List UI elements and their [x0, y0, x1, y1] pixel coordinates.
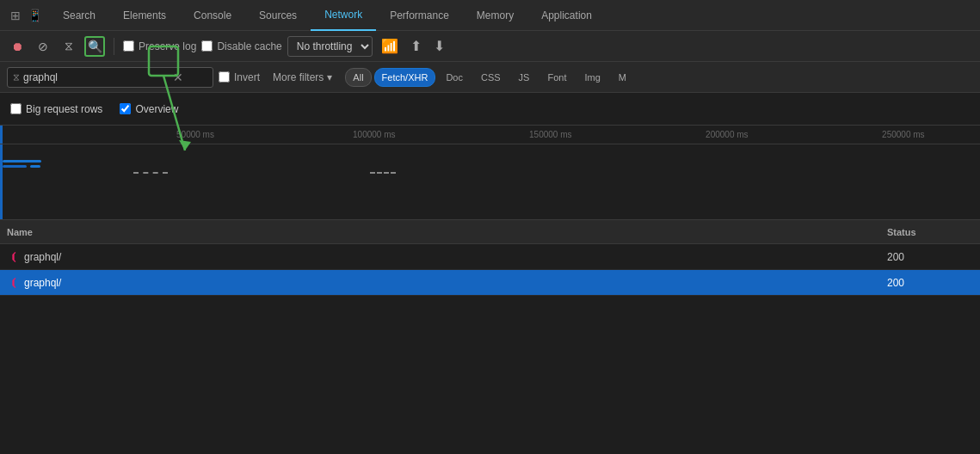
filter-button[interactable]: ⧖ [59, 36, 79, 57]
type-btn-css[interactable]: CSS [473, 68, 508, 87]
devtools-mobile-icon[interactable]: 📱 [28, 9, 42, 22]
timeline-dashed-2 [370, 172, 396, 174]
table-row-selected[interactable]: ⦗ graphql/ 200 [0, 270, 980, 296]
type-filters: All Fetch/XHR Doc CSS JS Font Img M [345, 68, 634, 87]
invert-input[interactable] [219, 71, 230, 83]
clear-button[interactable]: ⊘ [33, 36, 53, 57]
preserve-log-checkbox[interactable]: Preserve log [123, 40, 196, 52]
tick-5: 250000 ms [882, 130, 924, 139]
toolbar-divider-1 [114, 38, 114, 55]
throttle-select[interactable]: No throttling [287, 36, 373, 57]
timeline-bar-1 [3, 160, 41, 163]
tab-search[interactable]: Search [49, 0, 109, 31]
row1-name: graphql/ [24, 251, 61, 263]
tab-application[interactable]: Application [527, 0, 606, 31]
big-rows-label: Big request rows [26, 103, 102, 115]
filter-clear-button[interactable]: ✕ [173, 71, 183, 84]
type-btn-xhr[interactable]: Fetch/XHR [374, 68, 436, 87]
tab-network[interactable]: Network [311, 0, 376, 31]
network-toolbar: ⏺ ⊘ ⧖ 🔍 Preserve log Disable cache No th… [0, 31, 980, 62]
stop-recording-button[interactable]: ⏺ [7, 36, 28, 57]
import-icon[interactable]: ⬆ [407, 38, 425, 54]
preserve-log-label: Preserve log [139, 40, 196, 52]
tab-console[interactable]: Console [180, 0, 245, 31]
type-btn-js[interactable]: JS [511, 68, 538, 87]
type-btn-m[interactable]: M [611, 68, 634, 87]
invert-checkbox[interactable]: Invert [219, 71, 260, 83]
overview-input[interactable] [120, 103, 131, 114]
options-row: Big request rows Overview [0, 93, 980, 126]
tick-1: 50000 ms [176, 130, 214, 139]
tab-memory[interactable]: Memory [463, 0, 527, 31]
devtools-grid-icon[interactable]: ⊞ [10, 9, 21, 22]
search-button[interactable]: 🔍 [84, 36, 105, 57]
tick-2: 100000 ms [353, 130, 395, 139]
big-rows-checkbox[interactable]: Big request rows [10, 103, 102, 115]
wifi-icon[interactable]: 📶 [378, 38, 402, 54]
type-btn-font[interactable]: Font [539, 68, 574, 87]
col-header-status[interactable]: Status [887, 227, 973, 237]
row2-name: graphql/ [24, 277, 61, 289]
graphql-icon-1: ⦗ [7, 251, 19, 263]
table-header: Name Status [0, 220, 980, 244]
cell-status-1: 200 [887, 251, 973, 263]
timeline-bar-3 [30, 165, 40, 168]
cell-status-2: 200 [887, 277, 973, 289]
tab-bar: ⊞ 📱 Search Elements Console Sources Netw… [0, 0, 980, 31]
tab-elements[interactable]: Elements [109, 0, 180, 31]
timeline-graph [0, 144, 980, 220]
more-filters-button[interactable]: More filters ▾ [265, 67, 340, 88]
col-header-name[interactable]: Name [7, 227, 887, 237]
tab-sources[interactable]: Sources [245, 0, 311, 31]
more-filters-label: More filters [273, 71, 324, 83]
disable-cache-checkbox[interactable]: Disable cache [201, 40, 281, 52]
preserve-log-input[interactable] [123, 40, 134, 52]
more-filters-chevron: ▾ [327, 71, 332, 83]
filter-input-wrap: ⧖ ✕ [7, 67, 213, 88]
filter-input[interactable] [23, 71, 169, 83]
disable-cache-input[interactable] [201, 40, 213, 52]
cell-name-2: ⦗ graphql/ [7, 277, 887, 289]
overview-label: Overview [135, 103, 178, 115]
invert-label: Invert [234, 71, 260, 83]
graphql-icon-2: ⦗ [7, 277, 19, 289]
timeline-area: 50000 ms 100000 ms 150000 ms 200000 ms 2… [0, 126, 980, 220]
filter-row: ⧖ ✕ Invert More filters ▾ All Fetch/XHR … [0, 62, 980, 93]
table-row[interactable]: ⦗ graphql/ 200 [0, 244, 980, 270]
big-rows-input[interactable] [10, 103, 22, 114]
tick-3: 150000 ms [529, 130, 571, 139]
type-btn-doc[interactable]: Doc [438, 68, 471, 87]
timeline-dashed-1 [133, 172, 168, 174]
timeline-ruler: 50000 ms 100000 ms 150000 ms 200000 ms 2… [0, 126, 980, 144]
filter-icon: ⧖ [13, 71, 20, 83]
devtools-icons: ⊞ 📱 [3, 9, 49, 22]
type-btn-img[interactable]: Img [576, 68, 607, 87]
cell-name-1: ⦗ graphql/ [7, 251, 887, 263]
timeline-bar-2 [3, 165, 27, 168]
type-btn-all[interactable]: All [345, 68, 371, 87]
tick-4: 200000 ms [706, 130, 748, 139]
disable-cache-label: Disable cache [217, 40, 281, 52]
export-icon[interactable]: ⬇ [430, 38, 448, 54]
tab-performance[interactable]: Performance [376, 0, 463, 31]
overview-checkbox[interactable]: Overview [120, 103, 178, 115]
